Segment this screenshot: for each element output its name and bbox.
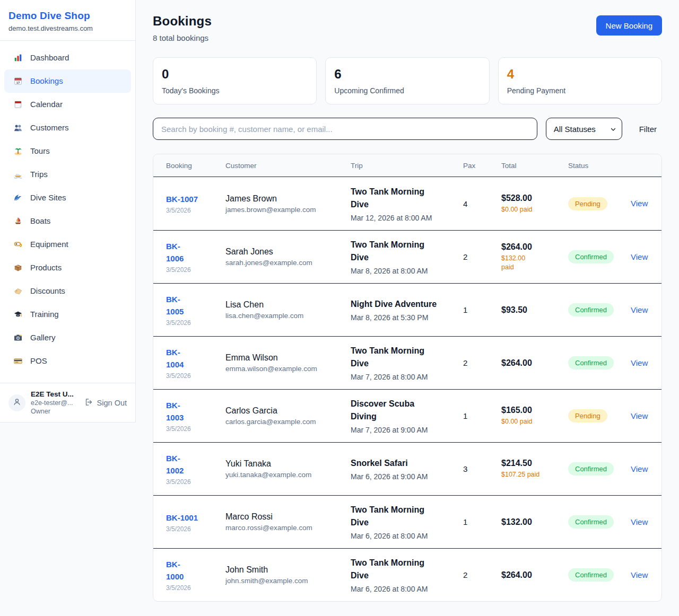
total-cell: $165.00 $0.00 paid bbox=[501, 406, 568, 426]
column-header-total: Total bbox=[501, 162, 568, 170]
sign-out-label: Sign Out bbox=[97, 399, 127, 407]
trip-name: Night Dive Adventure bbox=[351, 298, 463, 311]
filters-row: All Statuses Filter bbox=[153, 118, 662, 140]
booking-number-link[interactable]: BK-1007 bbox=[166, 193, 225, 205]
sidebar-item-gallery[interactable]: Gallery bbox=[4, 326, 131, 349]
trip-cell: Two Tank Morning Dive Mar 6, 2026 at 8:0… bbox=[351, 557, 463, 593]
booking-number-link[interactable]: BK-1001 bbox=[166, 512, 225, 524]
total-cell: $132.00 bbox=[501, 517, 568, 527]
sidebar-item-products[interactable]: Products bbox=[4, 256, 131, 279]
sidebar-item-calendar[interactable]: Calendar bbox=[4, 93, 131, 116]
sidebar-item-label: Training bbox=[30, 308, 59, 321]
booking-number-link[interactable]: BK- 1002 bbox=[166, 452, 225, 477]
status-badge: Confirmed bbox=[568, 303, 614, 316]
view-link[interactable]: View bbox=[631, 199, 648, 208]
filter-button[interactable]: Filter bbox=[634, 120, 662, 138]
booking-cell: BK-1001 3/5/2026 bbox=[166, 512, 225, 533]
sidebar-item-discounts[interactable]: Discounts bbox=[4, 279, 131, 303]
stat-card: 0 Today's Bookings bbox=[153, 57, 317, 104]
products-icon bbox=[13, 262, 23, 273]
trip-datetime: Mar 7, 2026 at 9:00 AM bbox=[351, 426, 463, 434]
trip-datetime: Mar 6, 2026 at 8:00 AM bbox=[351, 532, 463, 540]
customer-email: marco.rossi@example.com bbox=[225, 524, 351, 532]
trip-datetime: Mar 6, 2026 at 8:00 AM bbox=[351, 585, 463, 593]
status-badge: Confirmed bbox=[568, 568, 614, 582]
booking-date: 3/5/2026 bbox=[166, 372, 225, 380]
booking-number-link[interactable]: BK- 1000 bbox=[166, 558, 225, 583]
user-name: E2E Test U... bbox=[31, 390, 74, 398]
calendar-icon bbox=[13, 99, 23, 110]
sidebar-item-dive-sites[interactable]: Dive Sites bbox=[4, 186, 131, 209]
view-link[interactable]: View bbox=[631, 570, 648, 579]
table-row: BK- 1005 3/5/2026 Lisa Chen lisa.chen@ex… bbox=[153, 283, 661, 336]
sidebar-item-equipment[interactable]: Equipment bbox=[4, 233, 131, 256]
sign-out-icon bbox=[84, 398, 93, 408]
sidebar-item-label: POS bbox=[30, 355, 47, 367]
sidebar-item-label: Products bbox=[30, 261, 62, 274]
status-select[interactable]: All Statuses bbox=[546, 118, 622, 140]
sign-out-button[interactable]: Sign Out bbox=[84, 398, 127, 408]
sidebar-item-label: Equipment bbox=[30, 238, 68, 251]
sidebar-item-trips[interactable]: Trips bbox=[4, 163, 131, 186]
pax-value: 3 bbox=[463, 464, 501, 473]
pax-value: 1 bbox=[463, 411, 501, 420]
user-info: E2E Test U... e2e-tester@... Owner bbox=[31, 390, 74, 415]
bookings-table: Booking Customer Trip Pax Total Status B… bbox=[153, 154, 662, 602]
action-cell: View bbox=[631, 411, 649, 421]
trip-cell: Two Tank Morning Dive Mar 12, 2026 at 8:… bbox=[351, 186, 463, 222]
status-cell: Pending bbox=[568, 409, 631, 423]
action-cell: View bbox=[631, 358, 649, 368]
view-link[interactable]: View bbox=[631, 252, 648, 261]
action-cell: View bbox=[631, 517, 649, 527]
trip-name: Two Tank Morning Dive bbox=[351, 186, 463, 211]
status-cell: Confirmed bbox=[568, 568, 631, 582]
booking-number-link[interactable]: BK- 1003 bbox=[166, 399, 225, 424]
customer-name: Lisa Chen bbox=[225, 300, 351, 310]
booking-cell: BK- 1005 3/5/2026 bbox=[166, 293, 225, 327]
gallery-icon bbox=[13, 332, 23, 343]
status-badge: Pending bbox=[568, 197, 607, 210]
stat-value: 0 bbox=[162, 67, 308, 82]
total-cell: $214.50 $107.25 paid bbox=[501, 459, 568, 479]
sidebar-item-boats[interactable]: Boats bbox=[4, 209, 131, 233]
trip-cell: Two Tank Morning Dive Mar 6, 2026 at 8:0… bbox=[351, 504, 463, 540]
booking-date: 3/5/2026 bbox=[166, 525, 225, 533]
customer-email: james.brown@example.com bbox=[225, 206, 351, 214]
sidebar-item-dashboard[interactable]: Dashboard bbox=[4, 46, 131, 69]
search-input[interactable] bbox=[153, 118, 537, 140]
customer-cell: Emma Wilson emma.wilson@example.com bbox=[225, 353, 351, 373]
sidebar-item-label: Calendar bbox=[30, 98, 63, 111]
trip-cell: Two Tank Morning Dive Mar 8, 2026 at 8:0… bbox=[351, 239, 463, 275]
booking-cell: BK- 1003 3/5/2026 bbox=[166, 399, 225, 433]
shop-name: Demo Dive Shop bbox=[8, 10, 127, 22]
column-header-pax: Pax bbox=[463, 162, 501, 170]
customer-email: lisa.chen@example.com bbox=[225, 312, 351, 320]
view-link[interactable]: View bbox=[631, 517, 648, 526]
view-link[interactable]: View bbox=[631, 305, 648, 314]
page-title: Bookings bbox=[153, 14, 212, 29]
view-link[interactable]: View bbox=[631, 411, 648, 420]
table-row: BK- 1003 3/5/2026 Carlos Garcia carlos.g… bbox=[153, 389, 661, 442]
sidebar-item-tours[interactable]: Tours bbox=[4, 139, 131, 163]
booking-number-link[interactable]: BK- 1006 bbox=[166, 240, 225, 265]
total-cell: $264.00 $132.00 paid bbox=[501, 242, 568, 272]
new-booking-button[interactable]: New Booking bbox=[596, 15, 662, 36]
sidebar-item-bookings[interactable]: 17 Bookings bbox=[4, 69, 131, 93]
booking-number-link[interactable]: BK- 1005 bbox=[166, 293, 225, 318]
booking-date: 3/5/2026 bbox=[166, 425, 225, 433]
sidebar-item-training[interactable]: Training bbox=[4, 303, 131, 326]
view-link[interactable]: View bbox=[631, 464, 648, 473]
trip-name: Discover Scuba Diving bbox=[351, 398, 463, 423]
action-cell: View bbox=[631, 252, 649, 262]
sidebar-item-customers[interactable]: Customers bbox=[4, 116, 131, 139]
stat-value: 4 bbox=[507, 67, 653, 82]
sidebar-nav: Dashboard 17 Bookings Calendar Customers… bbox=[0, 41, 135, 383]
customer-cell: Yuki Tanaka yuki.tanaka@example.com bbox=[225, 459, 351, 479]
booking-number-link[interactable]: BK- 1004 bbox=[166, 346, 225, 371]
stat-label: Pending Payment bbox=[507, 86, 653, 95]
sidebar-item-pos[interactable]: POS bbox=[4, 349, 131, 373]
view-link[interactable]: View bbox=[631, 358, 648, 367]
customer-name: Carlos Garcia bbox=[225, 406, 351, 416]
sidebar-item-label: Gallery bbox=[30, 331, 56, 344]
status-cell: Confirmed bbox=[568, 250, 631, 263]
